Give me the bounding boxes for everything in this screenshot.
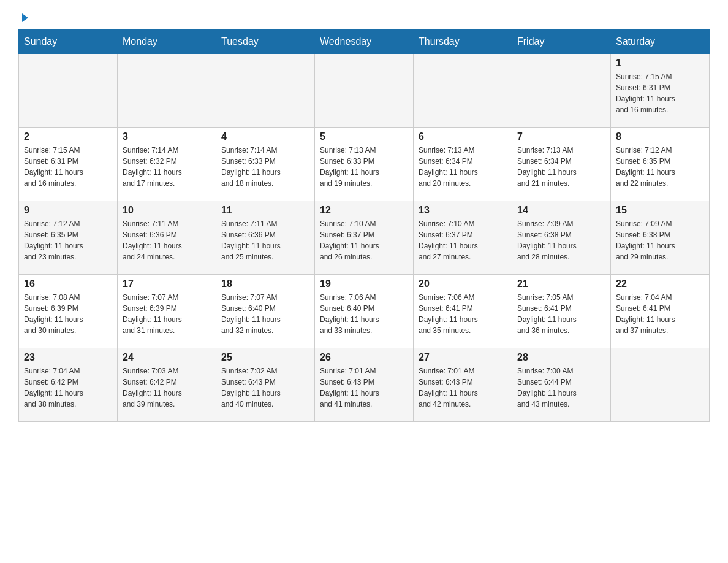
day-number: 25 [221, 352, 309, 363]
day-number: 21 [517, 278, 605, 289]
day-info: Sunrise: 7:07 AMSunset: 6:39 PMDaylight:… [123, 292, 211, 336]
day-info: Sunrise: 7:13 AMSunset: 6:33 PMDaylight:… [320, 145, 408, 189]
day-number: 3 [123, 131, 211, 142]
day-number: 2 [24, 131, 112, 142]
day-info: Sunrise: 7:11 AMSunset: 6:36 PMDaylight:… [221, 218, 309, 262]
calendar-cell: 9Sunrise: 7:12 AMSunset: 6:35 PMDaylight… [19, 201, 118, 275]
day-number: 7 [517, 131, 605, 142]
day-number: 8 [616, 131, 704, 142]
day-info: Sunrise: 7:00 AMSunset: 6:44 PMDaylight:… [517, 366, 605, 410]
day-number: 18 [221, 278, 309, 289]
calendar-cell [216, 54, 315, 128]
day-info: Sunrise: 7:09 AMSunset: 6:38 PMDaylight:… [616, 218, 704, 262]
calendar-cell: 6Sunrise: 7:13 AMSunset: 6:34 PMDaylight… [414, 128, 512, 201]
day-info: Sunrise: 7:15 AMSunset: 6:31 PMDaylight:… [24, 145, 112, 189]
day-number: 16 [24, 278, 112, 289]
calendar-cell: 20Sunrise: 7:06 AMSunset: 6:41 PMDayligh… [414, 275, 512, 348]
calendar-cell: 14Sunrise: 7:09 AMSunset: 6:38 PMDayligh… [512, 201, 611, 275]
day-number: 14 [517, 205, 605, 216]
day-info: Sunrise: 7:13 AMSunset: 6:34 PMDaylight:… [517, 145, 605, 189]
calendar-cell [512, 54, 611, 128]
calendar-cell: 28Sunrise: 7:00 AMSunset: 6:44 PMDayligh… [512, 348, 611, 422]
calendar-week-4: 16Sunrise: 7:08 AMSunset: 6:39 PMDayligh… [19, 275, 710, 348]
day-info: Sunrise: 7:01 AMSunset: 6:43 PMDaylight:… [320, 366, 408, 410]
day-number: 5 [320, 131, 408, 142]
calendar-week-1: 1Sunrise: 7:15 AMSunset: 6:31 PMDaylight… [19, 54, 710, 128]
day-number: 26 [320, 352, 408, 363]
calendar-cell: 24Sunrise: 7:03 AMSunset: 6:42 PMDayligh… [118, 348, 216, 422]
day-number: 22 [616, 278, 704, 289]
calendar-cell: 26Sunrise: 7:01 AMSunset: 6:43 PMDayligh… [315, 348, 414, 422]
day-number: 19 [320, 278, 408, 289]
day-number: 10 [123, 205, 211, 216]
day-info: Sunrise: 7:14 AMSunset: 6:32 PMDaylight:… [123, 145, 211, 189]
day-number: 4 [221, 131, 309, 142]
calendar-cell: 22Sunrise: 7:04 AMSunset: 6:41 PMDayligh… [611, 275, 710, 348]
day-info: Sunrise: 7:02 AMSunset: 6:43 PMDaylight:… [221, 366, 309, 410]
day-info: Sunrise: 7:12 AMSunset: 6:35 PMDaylight:… [616, 145, 704, 189]
svg-marker-0 [22, 13, 28, 22]
day-info: Sunrise: 7:11 AMSunset: 6:36 PMDaylight:… [123, 218, 211, 262]
calendar-header-thursday: Thursday [414, 30, 512, 54]
day-number: 6 [419, 131, 507, 142]
day-info: Sunrise: 7:05 AMSunset: 6:41 PMDaylight:… [517, 292, 605, 336]
day-number: 20 [419, 278, 507, 289]
day-number: 17 [123, 278, 211, 289]
day-number: 11 [221, 205, 309, 216]
day-info: Sunrise: 7:07 AMSunset: 6:40 PMDaylight:… [221, 292, 309, 336]
calendar-week-2: 2Sunrise: 7:15 AMSunset: 6:31 PMDaylight… [19, 128, 710, 201]
calendar-cell: 3Sunrise: 7:14 AMSunset: 6:32 PMDaylight… [118, 128, 216, 201]
calendar-cell [19, 54, 118, 128]
page-header [18, 12, 710, 23]
calendar-cell: 16Sunrise: 7:08 AMSunset: 6:39 PMDayligh… [19, 275, 118, 348]
calendar-cell: 1Sunrise: 7:15 AMSunset: 6:31 PMDaylight… [611, 54, 710, 128]
calendar-cell: 18Sunrise: 7:07 AMSunset: 6:40 PMDayligh… [216, 275, 315, 348]
calendar-table: SundayMondayTuesdayWednesdayThursdayFrid… [18, 29, 710, 422]
day-info: Sunrise: 7:03 AMSunset: 6:42 PMDaylight:… [123, 366, 211, 410]
calendar-cell: 21Sunrise: 7:05 AMSunset: 6:41 PMDayligh… [512, 275, 611, 348]
calendar-cell: 12Sunrise: 7:10 AMSunset: 6:37 PMDayligh… [315, 201, 414, 275]
calendar-cell: 5Sunrise: 7:13 AMSunset: 6:33 PMDaylight… [315, 128, 414, 201]
day-info: Sunrise: 7:04 AMSunset: 6:41 PMDaylight:… [616, 292, 704, 336]
day-info: Sunrise: 7:04 AMSunset: 6:42 PMDaylight:… [24, 366, 112, 410]
day-number: 15 [616, 205, 704, 216]
logo-arrow-icon [20, 12, 31, 26]
calendar-cell: 11Sunrise: 7:11 AMSunset: 6:36 PMDayligh… [216, 201, 315, 275]
calendar-week-3: 9Sunrise: 7:12 AMSunset: 6:35 PMDaylight… [19, 201, 710, 275]
day-info: Sunrise: 7:09 AMSunset: 6:38 PMDaylight:… [517, 218, 605, 262]
calendar-header-sunday: Sunday [19, 30, 118, 54]
calendar-cell: 4Sunrise: 7:14 AMSunset: 6:33 PMDaylight… [216, 128, 315, 201]
calendar-cell [611, 348, 710, 422]
logo [18, 12, 31, 23]
calendar-header-monday: Monday [118, 30, 216, 54]
day-info: Sunrise: 7:12 AMSunset: 6:35 PMDaylight:… [24, 218, 112, 262]
day-info: Sunrise: 7:06 AMSunset: 6:40 PMDaylight:… [320, 292, 408, 336]
day-number: 9 [24, 205, 112, 216]
day-info: Sunrise: 7:06 AMSunset: 6:41 PMDaylight:… [419, 292, 507, 336]
calendar-header-tuesday: Tuesday [216, 30, 315, 54]
calendar-cell: 8Sunrise: 7:12 AMSunset: 6:35 PMDaylight… [611, 128, 710, 201]
calendar-cell: 27Sunrise: 7:01 AMSunset: 6:43 PMDayligh… [414, 348, 512, 422]
day-number: 23 [24, 352, 112, 363]
calendar-header-wednesday: Wednesday [315, 30, 414, 54]
day-info: Sunrise: 7:01 AMSunset: 6:43 PMDaylight:… [419, 366, 507, 410]
calendar-cell: 7Sunrise: 7:13 AMSunset: 6:34 PMDaylight… [512, 128, 611, 201]
day-number: 27 [419, 352, 507, 363]
day-info: Sunrise: 7:10 AMSunset: 6:37 PMDaylight:… [320, 218, 408, 262]
calendar-cell [118, 54, 216, 128]
day-number: 24 [123, 352, 211, 363]
day-number: 1 [616, 58, 704, 69]
calendar-week-5: 23Sunrise: 7:04 AMSunset: 6:42 PMDayligh… [19, 348, 710, 422]
day-number: 28 [517, 352, 605, 363]
day-number: 12 [320, 205, 408, 216]
calendar-cell [414, 54, 512, 128]
calendar-cell [315, 54, 414, 128]
calendar-header-saturday: Saturday [611, 30, 710, 54]
calendar-header-row: SundayMondayTuesdayWednesdayThursdayFrid… [19, 30, 710, 54]
calendar-cell: 23Sunrise: 7:04 AMSunset: 6:42 PMDayligh… [19, 348, 118, 422]
calendar-cell: 17Sunrise: 7:07 AMSunset: 6:39 PMDayligh… [118, 275, 216, 348]
calendar-cell: 25Sunrise: 7:02 AMSunset: 6:43 PMDayligh… [216, 348, 315, 422]
day-info: Sunrise: 7:14 AMSunset: 6:33 PMDaylight:… [221, 145, 309, 189]
day-info: Sunrise: 7:13 AMSunset: 6:34 PMDaylight:… [419, 145, 507, 189]
day-number: 13 [419, 205, 507, 216]
